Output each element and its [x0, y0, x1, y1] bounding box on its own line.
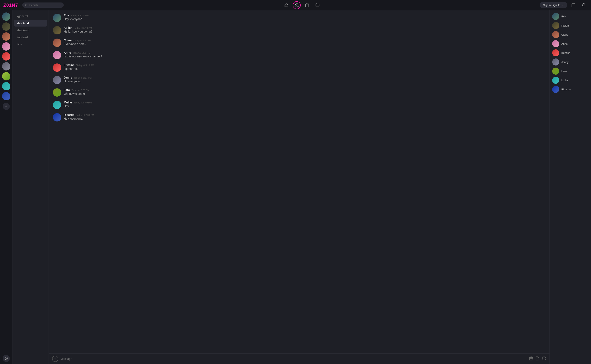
people-nav-button[interactable] — [293, 1, 301, 9]
channel-backend[interactable]: #backend — [14, 27, 47, 33]
channel-ios[interactable]: #ios — [14, 41, 47, 48]
member-item[interactable]: Mullar — [552, 77, 589, 84]
message-avatar — [53, 39, 61, 47]
bell-nav-button[interactable] — [580, 1, 588, 9]
chat-area: ErikToday at 5:18 PMHey, everyone.Kallen… — [49, 10, 550, 364]
avatar-kristine-left[interactable] — [2, 52, 10, 60]
signin-button[interactable]: SignIn/SignUp — [540, 2, 567, 8]
message-content: RicardoToday at 7:30 PMHey, everyone. — [64, 113, 94, 120]
message-avatar — [53, 76, 61, 84]
message-content: LaraToday at 6:05 PMOh, new channel! — [64, 88, 89, 95]
member-item[interactable]: Jenny — [552, 58, 589, 65]
channels-panel: #general #frontend #backend #android #io… — [13, 10, 49, 364]
search-icon — [25, 4, 28, 7]
message-item: LaraToday at 6:05 PMOh, new channel! — [53, 88, 545, 97]
member-name: Lara — [561, 70, 567, 73]
add-attachment-button[interactable]: + — [52, 356, 58, 362]
messages-list: ErikToday at 5:18 PMHey, everyone.Kallen… — [49, 10, 550, 353]
message-avatar — [53, 14, 61, 22]
message-timestamp: Today at 5:33 PM — [74, 77, 92, 79]
slash-icon — [5, 357, 8, 360]
home-icon — [284, 3, 288, 7]
search-bar[interactable] — [22, 2, 64, 8]
message-author: Kristine — [64, 63, 74, 67]
message-input[interactable] — [60, 357, 527, 360]
message-text: Everyone's here? — [64, 42, 91, 46]
channel-frontend[interactable]: #frontend — [14, 20, 47, 26]
document-icon[interactable] — [535, 356, 539, 362]
channel-general[interactable]: #general — [14, 13, 47, 20]
folder-nav-button[interactable] — [313, 1, 321, 9]
chat-nav-button[interactable] — [569, 1, 577, 9]
member-item[interactable]: Ricardo — [552, 86, 589, 93]
message-content: AnneToday at 5:25 PMIs this our new work… — [64, 51, 102, 58]
message-item: AnneToday at 5:25 PMIs this our new work… — [53, 51, 545, 59]
message-content: ClaireToday at 5:20 PMEveryone's here? — [64, 39, 91, 46]
signin-label: SignIn/SignUp — [543, 4, 560, 7]
message-timestamp: Today at 7:30 PM — [76, 114, 94, 116]
svg-point-2 — [295, 4, 297, 5]
member-avatar — [552, 40, 559, 47]
top-navigation: Z01N7 SignIn/SignUp — [0, 0, 591, 10]
avatar-claire-left[interactable] — [2, 32, 10, 41]
message-timestamp: Today at 5:20 PM — [73, 39, 91, 42]
message-text: I guess so. — [64, 67, 94, 71]
message-timestamp: Today at 5:28 PM — [76, 64, 94, 66]
message-content: ErikToday at 5:18 PMHey, everyone. — [64, 14, 89, 21]
member-name: Erik — [561, 15, 566, 18]
avatar-jenny-left[interactable] — [2, 62, 10, 71]
message-author: Kallen — [64, 26, 73, 29]
chat-icon — [571, 3, 575, 7]
channel-backend-label: #backend — [17, 29, 29, 32]
message-item: MullarToday at 6:40 PMHey — [53, 101, 545, 109]
gift-icon[interactable] — [529, 356, 533, 362]
channel-android[interactable]: #android — [14, 34, 47, 41]
avatar-ricardo-left[interactable] — [2, 92, 10, 100]
search-input[interactable] — [29, 4, 61, 7]
message-avatar — [53, 51, 61, 59]
member-item[interactable]: Lara — [552, 68, 589, 75]
message-text: Is this our new work channel? — [64, 55, 102, 58]
channel-frontend-label: #frontend — [17, 22, 29, 25]
svg-point-0 — [26, 4, 27, 6]
channel-android-label: #android — [17, 36, 28, 39]
add-server-button[interactable]: + — [3, 103, 10, 110]
member-avatar — [552, 77, 559, 84]
message-content: MullarToday at 6:40 PMHey — [64, 101, 92, 108]
avatar-erik-left[interactable] — [2, 13, 10, 21]
message-item: KallenToday at 5:19 PMHello, how you doi… — [53, 26, 545, 34]
avatar-lara-left[interactable] — [2, 72, 10, 80]
svg-point-11 — [542, 357, 546, 360]
member-item[interactable]: Anne — [552, 40, 589, 47]
message-text: Hey — [64, 104, 92, 108]
calendar-nav-button[interactable] — [303, 1, 311, 9]
message-text: Hey, everyone. — [64, 17, 89, 21]
settings-button[interactable] — [3, 355, 10, 362]
member-item[interactable]: Kristine — [552, 49, 589, 56]
bell-icon — [582, 3, 586, 7]
message-content: KallenToday at 5:19 PMHello, how you doi… — [64, 26, 92, 33]
avatar-mullar-left[interactable] — [2, 82, 10, 90]
main-content: + #general #frontend #backend #android #… — [0, 10, 591, 364]
message-text: Hello, how you doing? — [64, 30, 92, 33]
member-name: Claire — [561, 33, 568, 36]
message-author: Claire — [64, 39, 72, 42]
member-name: Mullar — [561, 79, 569, 82]
avatar-kallen-left[interactable] — [2, 22, 10, 31]
member-item[interactable]: Claire — [552, 31, 589, 38]
member-name: Anne — [561, 42, 568, 46]
member-avatar — [552, 68, 559, 75]
message-item: ErikToday at 5:18 PMHey, everyone. — [53, 14, 545, 22]
member-avatar — [552, 13, 559, 20]
member-item[interactable]: Kallen — [552, 22, 589, 29]
member-name: Ricardo — [561, 88, 571, 91]
avatar-anne-left[interactable] — [2, 42, 10, 51]
message-timestamp: Today at 5:19 PM — [74, 27, 92, 29]
message-text: Hey, everyone. — [64, 117, 94, 120]
member-item[interactable]: Erik — [552, 13, 589, 20]
member-avatar — [552, 58, 559, 65]
home-nav-button[interactable] — [282, 1, 290, 9]
message-text: Oh, new channel! — [64, 92, 89, 95]
chat-action-icons — [529, 356, 546, 362]
emoji-icon[interactable] — [542, 356, 546, 362]
